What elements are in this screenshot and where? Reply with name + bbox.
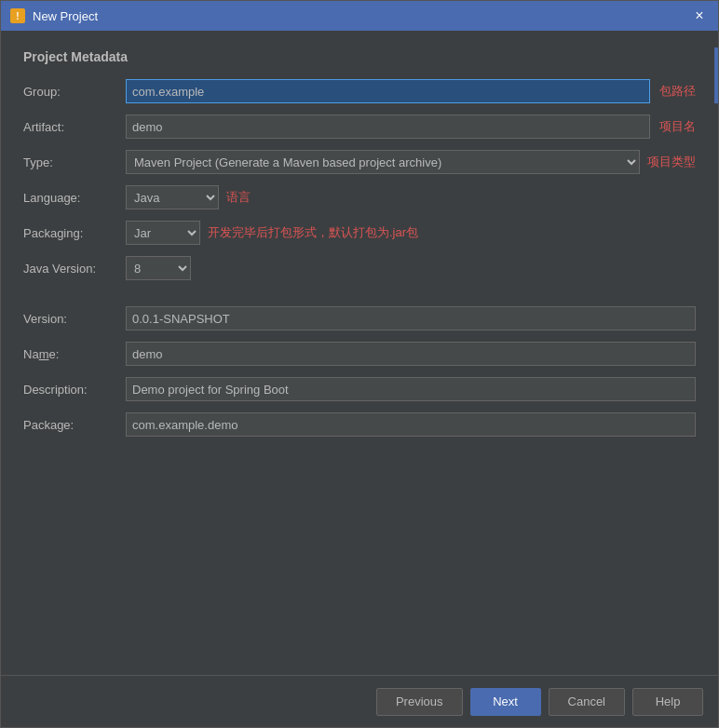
language-label: Language: bbox=[23, 191, 126, 205]
artifact-row: Artifact: 项目名 bbox=[23, 115, 696, 139]
name-label: Name: bbox=[23, 347, 126, 361]
package-input[interactable] bbox=[126, 412, 696, 437]
dialog-body: Project Metadata Group: 包路径 Artifact: 项目… bbox=[1, 31, 718, 675]
java-version-label: Java Version: bbox=[23, 262, 126, 276]
language-select[interactable]: Java Kotlin Groovy bbox=[126, 185, 219, 209]
packaging-annotation: 开发完毕后打包形式，默认打包为.jar包 bbox=[208, 224, 418, 241]
group-row: Group: 包路径 bbox=[23, 79, 696, 103]
version-row: Version: bbox=[23, 306, 696, 330]
name-row: Name: bbox=[23, 342, 696, 366]
group-input[interactable] bbox=[126, 79, 650, 103]
dialog-title: New Project bbox=[33, 9, 98, 23]
type-label: Type: bbox=[23, 155, 126, 169]
previous-button[interactable]: Previous bbox=[376, 688, 463, 716]
packaging-row: Packaging: Jar War 开发完毕后打包形式，默认打包为.jar包 bbox=[23, 221, 696, 245]
type-annotation: 项目类型 bbox=[647, 154, 696, 170]
help-button[interactable]: Help bbox=[632, 688, 703, 716]
package-row: Package: bbox=[23, 412, 696, 437]
packaging-label: Packaging: bbox=[23, 226, 126, 240]
description-row: Description: bbox=[23, 377, 696, 401]
close-button[interactable]: × bbox=[690, 7, 709, 25]
group-label: Group: bbox=[23, 85, 126, 99]
description-input[interactable] bbox=[126, 377, 696, 401]
language-select-container: Java Kotlin Groovy 语言 bbox=[126, 185, 696, 209]
language-row: Language: Java Kotlin Groovy 语言 bbox=[23, 185, 696, 209]
section-title: Project Metadata bbox=[23, 49, 696, 64]
type-select-container: Maven Project (Generate a Maven based pr… bbox=[126, 150, 696, 174]
artifact-input[interactable] bbox=[126, 115, 650, 139]
description-label: Description: bbox=[23, 383, 126, 397]
artifact-annotation: 项目名 bbox=[659, 118, 696, 135]
group-annotation: 包路径 bbox=[659, 83, 696, 100]
name-input[interactable] bbox=[126, 342, 696, 366]
package-label: Package: bbox=[23, 418, 126, 432]
title-bar-left: ! New Project bbox=[10, 8, 98, 23]
type-row: Type: Maven Project (Generate a Maven ba… bbox=[23, 150, 696, 174]
cancel-button[interactable]: Cancel bbox=[549, 688, 625, 716]
version-input[interactable] bbox=[126, 306, 696, 330]
new-project-dialog: ! New Project × Project Metadata Group: … bbox=[0, 0, 719, 728]
dialog-footer: Previous Next Cancel Help bbox=[1, 675, 718, 727]
java-version-select[interactable]: 8 11 17 21 bbox=[126, 256, 191, 280]
packaging-select-container: Jar War 开发完毕后打包形式，默认打包为.jar包 bbox=[126, 221, 696, 245]
app-icon: ! bbox=[10, 8, 25, 23]
artifact-label: Artifact: bbox=[23, 120, 126, 134]
language-annotation: 语言 bbox=[226, 189, 251, 206]
type-select[interactable]: Maven Project (Generate a Maven based pr… bbox=[126, 150, 640, 174]
title-bar: ! New Project × bbox=[1, 1, 718, 31]
version-label: Version: bbox=[23, 312, 126, 326]
scroll-indicator bbox=[714, 47, 718, 103]
packaging-select[interactable]: Jar War bbox=[126, 221, 200, 245]
next-button[interactable]: Next bbox=[470, 688, 541, 716]
java-version-row: Java Version: 8 11 17 21 bbox=[23, 256, 696, 280]
